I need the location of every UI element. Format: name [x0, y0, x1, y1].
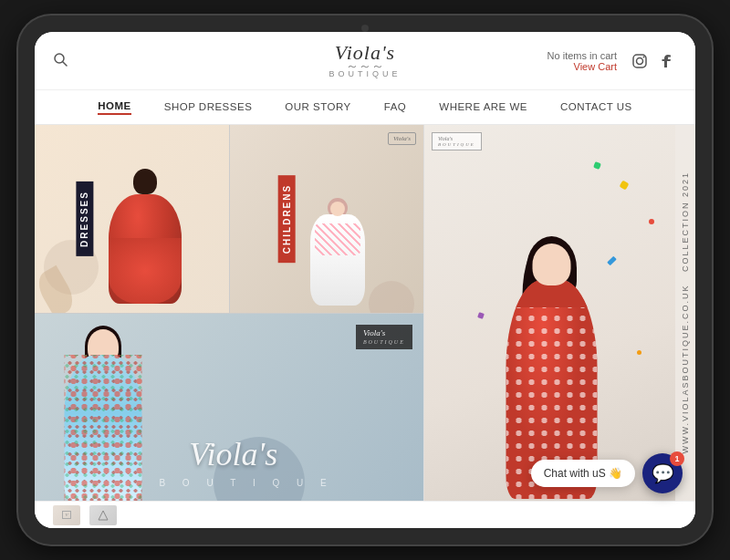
header-left: [53, 52, 68, 70]
hero-cell[interactable]: Viola'sBOUTIQUE: [423, 125, 695, 501]
collection-bar: WWW.VIOLASBOUTIQUE.CO.UK COLLECTION 2021: [675, 125, 695, 501]
content-grid: DRESSES CHILDREN: [35, 125, 695, 501]
svg-point-3: [637, 57, 643, 64]
facebook-icon[interactable]: [657, 51, 677, 71]
bottom-left-cell[interactable]: Viola's BOUTIQUE Viola's B O U T I Q U E: [35, 313, 423, 501]
svg-marker-5: [99, 511, 108, 520]
chat-bubble: Chat with uS 👋: [531, 460, 635, 487]
nav-item-shop-dresses[interactable]: SHOP DRESSES: [164, 101, 253, 114]
dresses-cell[interactable]: DRESSES: [35, 125, 229, 313]
tablet-screen: Viola's ～～～ BOUTIQUE No items in cart Vi…: [35, 32, 695, 528]
bottom-thumb-2[interactable]: [89, 505, 117, 525]
tablet-frame: Viola's ～～～ BOUTIQUE No items in cart Vi…: [18, 16, 712, 544]
header: Viola's ～～～ BOUTIQUE No items in cart Vi…: [35, 32, 695, 90]
violas-small-logo: Viola's: [388, 132, 416, 145]
search-icon[interactable]: [53, 52, 68, 70]
dresses-label: DRESSES: [76, 181, 93, 256]
main-nav: HOME SHOP DRESSES OUR STORY FAQ WHERE AR…: [35, 90, 695, 125]
chat-badge: 1: [670, 451, 684, 466]
bottom-thumb-1[interactable]: V: [53, 505, 80, 525]
svg-line-1: [63, 62, 67, 66]
confetti-6: [637, 350, 641, 355]
boutique-small-sub: BOUTIQUE: [363, 339, 405, 345]
instagram-icon[interactable]: [630, 51, 650, 71]
svg-point-4: [643, 56, 645, 57]
header-right: No items in cart View Cart: [548, 50, 677, 72]
cart-info: No items in cart View Cart: [548, 50, 617, 72]
nav-item-faq[interactable]: FAQ: [384, 101, 407, 114]
logo-flourish: ～～～: [328, 63, 401, 69]
chat-widget: Chat with uS 👋 💬 1: [531, 453, 683, 493]
boutique-small-name: Viola's: [363, 328, 385, 337]
nav-item-home[interactable]: HOME: [98, 100, 131, 115]
childrens-label: CHILDRENS: [278, 175, 296, 263]
collection-text: WWW.VIOLASBOUTIQUE.CO.UK COLLECTION 2021: [681, 171, 690, 454]
logo-sub: BOUTIQUE: [328, 69, 401, 78]
violas-boutique-script: Viola's: [189, 435, 277, 473]
view-cart-link[interactable]: View Cart: [548, 61, 617, 72]
nav-item-where-are-we[interactable]: WHERE ARE WE: [439, 101, 527, 114]
childrens-cell[interactable]: CHILDRENS Viola's: [229, 125, 423, 313]
tablet-camera: [361, 25, 369, 32]
boutique-label: Viola's BOUTIQUE: [356, 325, 412, 349]
chat-button[interactable]: 💬 1: [642, 453, 683, 493]
bottom-strip: V: [35, 501, 695, 528]
boutique-subtitle: B O U T I Q U E: [159, 478, 333, 488]
nav-item-our-story[interactable]: OUR STORY: [285, 101, 350, 114]
hero-logo: Viola'sBOUTIQUE: [432, 132, 482, 150]
bottom-woman: [44, 327, 162, 501]
logo[interactable]: Viola's ～～～ BOUTIQUE: [328, 43, 401, 78]
chat-icon: 💬: [652, 462, 674, 484]
nav-item-contact-us[interactable]: CONTACT US: [560, 101, 632, 114]
social-icons: [630, 51, 677, 71]
cart-status: No items in cart: [548, 50, 617, 61]
